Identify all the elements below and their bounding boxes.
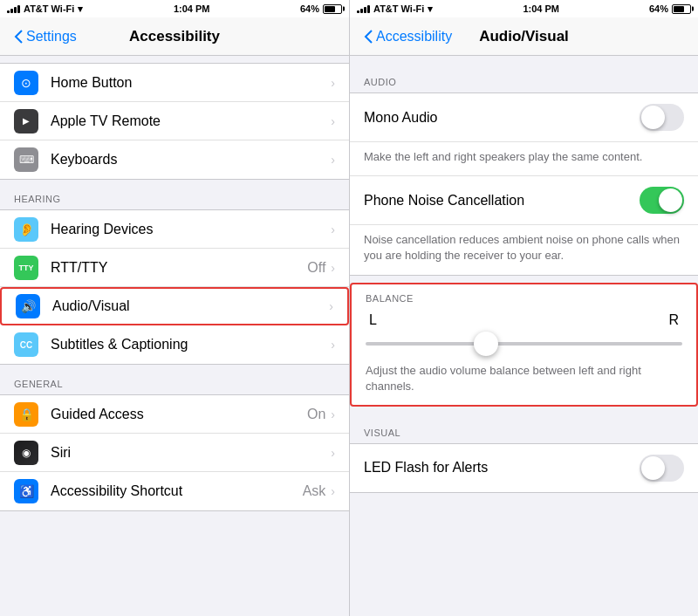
balance-slider-thumb[interactable] [474,332,498,356]
top-list-group: ⊙ Home Button › ▶ Apple TV Remote › ⌨ Ke… [0,63,349,180]
nav-bar-wrapper: Settings Accessibility [14,29,335,44]
balance-l-label: L [369,312,377,328]
phone-noise-desc: Noise cancellation reduces ambient noise… [350,225,698,274]
left-back-button[interactable]: Settings [14,29,77,44]
right-back-button[interactable]: Accessibility [364,29,452,44]
hearing-section-header: HEARING [0,180,349,209]
keyboards-label: Keyboards [51,152,331,168]
hearing-devices-icon: 👂 [14,217,38,242]
balance-section-header: BALANCE [352,284,696,309]
list-item-keyboards[interactable]: ⌨ Keyboards › [0,140,349,179]
visual-section-header: VISUAL [350,414,698,443]
right-back-chevron-icon [364,30,373,44]
balance-lr-labels: L R [352,309,696,332]
chevron-icon: › [331,76,335,90]
left-scroll-area: ⊙ Home Button › ▶ Apple TV Remote › ⌨ Ke… [0,56,349,616]
right-time-label: 1:04 PM [523,3,559,14]
time-label: 1:04 PM [174,3,210,14]
list-item-subtitles[interactable]: CC Subtitles & Captioning › [0,325,349,364]
right-battery-fill [674,6,684,12]
right-wifi-icon: ▾ [428,3,433,15]
mono-audio-row: Mono Audio [350,93,698,142]
general-section-header: GENERAL [0,365,349,394]
chevron-icon: › [331,484,335,498]
chevron-icon: › [331,338,335,352]
left-panel: AT&T Wi-Fi ▾ 1:04 PM 64% Settings Access… [0,0,349,616]
list-item-guided-access[interactable]: 🔒 Guided Access On › [0,395,349,434]
led-flash-row: LED Flash for Alerts [350,444,698,492]
mono-audio-label: Mono Audio [364,110,640,126]
hearing-list-group: 👂 Hearing Devices › TTY RTT/TTY Off › 🔊 … [0,209,349,365]
general-list-group: 🔒 Guided Access On › ◉ Siri › ♿ Accessib… [0,394,349,511]
signal-bar-1 [7,10,10,13]
chevron-icon: › [331,261,335,275]
toggle-knob [641,106,665,129]
chevron-icon: › [331,407,335,421]
phone-noise-toggle[interactable] [640,187,684,214]
battery-icon [323,4,342,14]
chevron-icon: › [331,222,335,236]
visual-settings-group: LED Flash for Alerts [350,443,698,493]
right-status-right: 64% [649,3,691,14]
right-panel: AT&T Wi-Fi ▾ 1:04 PM 64% Accessibility A… [349,0,698,616]
signal-bar-3 [14,7,17,13]
siri-icon: ◉ [14,441,38,465]
list-item-hearing-devices[interactable]: 👂 Hearing Devices › [0,210,349,249]
chevron-icon: › [329,299,333,313]
led-flash-label: LED Flash for Alerts [364,460,640,476]
right-nav-bar: Accessibility Audio/Visual [350,17,698,56]
left-status-bar: AT&T Wi-Fi ▾ 1:04 PM 64% [0,0,349,17]
led-toggle-knob [641,456,665,480]
carrier-label: AT&T Wi-Fi [24,3,74,14]
right-carrier-label: AT&T Wi-Fi [373,3,424,14]
right-battery-icon [672,4,691,14]
list-item-accessibility-shortcut[interactable]: ♿ Accessibility Shortcut Ask › [0,472,349,510]
balance-slider-track [366,342,682,346]
balance-slider-container [352,332,696,359]
chevron-icon: › [331,153,335,167]
list-item-rtt-tty[interactable]: TTY RTT/TTY Off › [0,249,349,287]
battery-fill [325,6,335,12]
right-scroll-area: AUDIO Mono Audio Make the left and right… [350,56,698,616]
guided-access-label: Guided Access [51,407,307,422]
status-left-right: AT&T Wi-Fi ▾ [357,3,433,15]
chevron-icon: › [331,446,335,460]
balance-desc: Adjust the audio volume balance between … [352,359,696,405]
mono-audio-toggle[interactable] [640,104,684,131]
left-nav-bar: Settings Accessibility [0,17,349,56]
list-item-apple-tv[interactable]: ▶ Apple TV Remote › [0,102,349,140]
led-flash-toggle[interactable] [640,455,684,482]
signal-bars-right [357,4,370,13]
signal-bar-2 [10,9,13,13]
home-button-label: Home Button [51,75,331,91]
left-back-label: Settings [26,29,77,44]
apple-tv-label: Apple TV Remote [51,113,331,129]
hearing-devices-label: Hearing Devices [51,222,331,237]
home-button-icon: ⊙ [14,71,38,95]
accessibility-shortcut-label: Accessibility Shortcut [51,483,303,499]
battery-percent: 64% [300,3,319,14]
right-status-bar: AT&T Wi-Fi ▾ 1:04 PM 64% [350,0,698,17]
siri-label: Siri [51,445,331,461]
audio-visual-label: Audio/Visual [52,298,329,314]
wifi-icon: ▾ [78,3,83,15]
audio-section-header: AUDIO [350,63,698,92]
rtt-tty-value: Off [307,260,325,276]
status-right: 64% [300,3,342,14]
list-item-siri[interactable]: ◉ Siri › [0,434,349,472]
keyboards-icon: ⌨ [14,147,38,172]
signal-bar-4 [17,5,20,13]
accessibility-shortcut-value: Ask [303,483,326,499]
right-nav-bar-wrapper: Accessibility Audio/Visual [364,29,684,44]
audio-settings-group: Mono Audio Make the left and right speak… [350,92,698,276]
signal-bars [7,4,20,13]
guided-access-icon: 🔒 [14,402,38,427]
apple-tv-icon: ▶ [14,109,38,133]
list-item-audio-visual[interactable]: 🔊 Audio/Visual › [0,287,349,325]
accessibility-shortcut-icon: ♿ [14,479,38,503]
phone-noise-row: Phone Noise Cancellation [350,175,698,225]
list-item-home-button[interactable]: ⊙ Home Button › [0,64,349,102]
chevron-icon: › [331,114,335,128]
right-battery-percent: 64% [649,3,668,14]
right-nav-title: Audio/Visual [479,28,569,45]
